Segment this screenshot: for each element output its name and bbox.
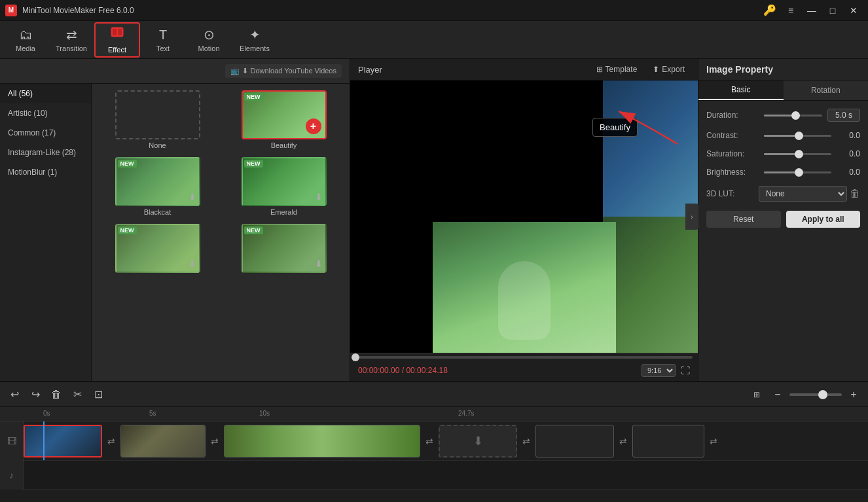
aspect-ratio-select[interactable]: 9:16 16:9 1:1 4:3 [642,364,676,377]
zoom-slider[interactable] [789,393,842,396]
template-btn[interactable]: ⊞ Template [591,63,643,76]
seek-handle[interactable] [352,353,359,361]
lut-delete-btn[interactable]: 🗑 [850,188,860,200]
brightness-handle[interactable] [795,168,803,177]
tab-rotation[interactable]: Rotation [784,81,869,100]
zoom-fit-btn[interactable]: ⊞ [748,385,766,404]
effect-6-thumb: NEW ⬇ [242,224,327,273]
saturation-value: 0.0 [837,149,860,158]
effect-beautify[interactable]: NEW + Beautify [223,89,344,151]
effect-5[interactable]: NEW ⬇ [97,223,218,276]
transition-1[interactable]: ⇄ [102,425,120,457]
delete-btn[interactable]: 🗑 [47,385,65,404]
transition-3[interactable]: ⇄ [420,425,439,457]
text-icon: T [159,27,167,43]
transition-arrow-icon-5: ⇄ [619,436,627,446]
effect-5-thumb: NEW ⬇ [115,224,200,273]
saturation-row: Saturation: 0.0 [706,149,860,158]
template-icon: ⊞ [596,65,603,74]
side-thumbs [603,81,698,353]
youtube-icon: 📺 [230,67,240,75]
playhead-marker [40,421,48,423]
saturation-slider[interactable] [764,153,831,155]
toolbar-effect[interactable]: Effect [94,22,140,58]
transition-5[interactable]: ⇄ [614,425,632,457]
clip-empty-1[interactable]: ⬇ [439,425,517,457]
toolbar-text[interactable]: T Text [140,22,186,58]
collapse-panel-arrow[interactable]: › [685,204,698,230]
clip-empty-3[interactable] [632,425,704,457]
player-seekbar[interactable] [355,356,693,359]
elements-icon: ✦ [249,27,261,43]
zoom-handle[interactable] [818,390,827,399]
ruler-mark-24: 24.7s [458,410,474,417]
brightness-label: Brightness: [706,168,759,177]
minimize-btn[interactable]: — [803,4,821,17]
svg-rect-3 [118,29,122,35]
saturation-handle[interactable] [795,150,803,158]
transition-4[interactable]: ⇄ [517,425,535,457]
effects-header: 📺 ⬇ Download YouTube Videos [0,59,350,84]
playhead[interactable] [43,421,45,460]
category-motionblur[interactable]: MotionBlur (1) [0,162,91,182]
category-all[interactable]: All (56) [0,84,91,103]
effect-blackcat[interactable]: NEW ⬇ Blackcat [97,156,218,217]
cut-btn[interactable]: ✂ [68,385,86,404]
zoom-out-btn[interactable]: − [769,385,787,404]
fullscreen-btn[interactable]: ⛶ [681,365,690,376]
brightness-slider[interactable] [764,171,831,173]
ruler-mark-5: 5s [149,410,156,417]
zoom-in-btn[interactable]: + [844,385,863,404]
contrast-handle[interactable] [795,132,803,140]
player-controls: 00:00:00.00 / 00:00:24.18 9:16 16:9 1:1 … [350,353,698,381]
toolbar-media[interactable]: 🗂 Media [3,22,48,58]
music-track-icon: ♪ [0,461,24,490]
player-canvas: › [350,81,698,353]
tab-basic[interactable]: Basic [698,81,784,100]
lut-select[interactable]: None LUT1 LUT2 [759,186,847,202]
contrast-slider[interactable] [764,135,831,137]
duration-value[interactable]: 5.0 s [827,109,860,122]
download-youtube-btn[interactable]: 📺 ⬇ Download YouTube Videos [225,64,342,78]
menu-btn[interactable]: ≡ [782,4,800,17]
new-badge-6: NEW [244,226,263,234]
close-btn[interactable]: ✕ [844,4,863,17]
clip-deer[interactable] [224,425,420,457]
category-common[interactable]: Common (17) [0,123,91,143]
clip-kangaroo[interactable] [120,425,206,457]
transition-arrow-icon-4: ⇄ [522,436,530,446]
toolbar-transition[interactable]: ⇄ Transition [48,22,94,58]
timeline-ruler: 0s 5s 10s 24.7s [0,407,868,421]
category-instagram[interactable]: Instagram-Like (28) [0,143,91,162]
category-artistic[interactable]: Artistic (10) [0,103,91,123]
transition-6[interactable]: ⇄ [704,425,723,457]
apply-to-all-btn[interactable]: Apply to all [786,211,861,228]
effect-emerald-label: Emerald [270,208,297,216]
effect-none-thumb [115,90,200,139]
saturation-label: Saturation: [706,149,759,158]
clip-empty-2[interactable] [535,425,614,457]
effect-6[interactable]: NEW ⬇ [223,223,344,276]
time-display: 00:00:00.00 / 00:00:24.18 [358,366,448,375]
right-panel: Image Property Basic Rotation Duration: … [698,59,868,381]
export-btn[interactable]: ⬆ Export [647,63,690,76]
crop-btn[interactable]: ⊡ [89,385,107,404]
reset-btn[interactable]: Reset [706,211,781,228]
maximize-btn[interactable]: □ [823,4,842,17]
transition-2[interactable]: ⇄ [206,425,224,457]
brightness-track [764,171,798,173]
redo-btn[interactable]: ↪ [26,385,45,404]
toolbar-motion[interactable]: ⊙ Motion [186,22,232,58]
undo-btn[interactable]: ↩ [5,385,24,404]
key-icon[interactable]: 🔑 [763,4,776,16]
duration-slider[interactable] [764,115,822,117]
clip-mountain[interactable] [24,425,102,457]
duration-handle[interactable] [791,111,800,120]
contrast-label: Contrast: [706,131,759,140]
toolbar-elements[interactable]: ✦ Elements [232,22,278,58]
timeline-body: 0s 5s 10s 24.7s 🎞 [0,407,868,502]
effect-emerald[interactable]: NEW ⬇ Emerald [223,156,344,217]
app-icon: M [5,5,17,16]
add-effect-btn[interactable]: + [306,118,321,134]
effect-none[interactable]: None [97,89,218,151]
